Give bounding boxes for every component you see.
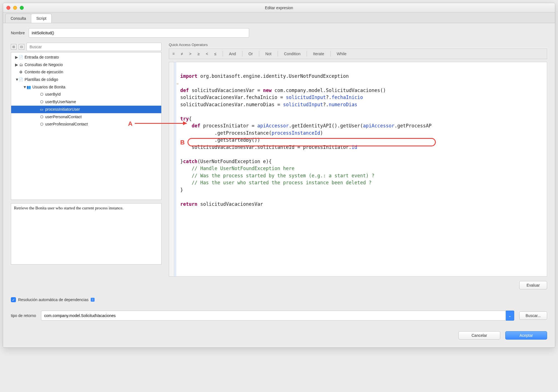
code-editor[interactable]: ◅import org.bonitasoft.engine.identity.U… — [169, 62, 547, 277]
gear-icon: ⚙ — [18, 69, 23, 76]
template-tree[interactable]: ▶📄Entrada de contrato ▶🗂Consultas de Neg… — [11, 52, 162, 200]
tree-node-user-by-username[interactable]: ⎔userByUserName — [11, 98, 161, 106]
auto-dependency-label: Resolución automática de dependencias — [18, 297, 88, 302]
evaluate-button[interactable]: Evaluar — [519, 281, 547, 289]
zoom-window-button[interactable] — [20, 6, 24, 10]
window-title: Editar expresion — [265, 6, 293, 10]
name-label: Nombre — [11, 31, 25, 35]
tree-node-usuarios-bonita[interactable]: ▼👥Usuarios de Bonita — [11, 83, 161, 91]
document-icon: 📄 — [18, 54, 23, 61]
op-lt[interactable]: < — [206, 52, 208, 56]
document-icon: 📄 — [18, 76, 23, 83]
op-gt[interactable]: > — [189, 52, 191, 56]
chevron-down-icon[interactable]: ⌄ — [506, 311, 514, 321]
annotation-b-circle — [187, 138, 436, 146]
annotation-b-label: B — [180, 139, 185, 146]
minimize-window-button[interactable] — [13, 6, 17, 10]
tree-node-process-initiator-user[interactable]: ▭processInitiatorUser — [11, 106, 161, 113]
quick-access-label: Quick Access Operators — [169, 43, 547, 47]
expand-all-button[interactable]: ⊞ — [11, 44, 16, 50]
op-gte[interactable]: ≥ — [198, 52, 200, 56]
accept-button[interactable]: Aceptar — [505, 331, 547, 340]
op-and[interactable]: And — [229, 52, 236, 56]
tree-node-user-professional-contact[interactable]: ⎔userProfessionalContact — [11, 120, 161, 128]
folder-icon: 🗂 — [18, 62, 23, 69]
tree-node-plantillas-codigo[interactable]: ▼📄Plantillas de código — [11, 76, 161, 83]
name-input[interactable] — [29, 28, 249, 38]
tab-consulta[interactable]: Consulta — [5, 14, 31, 23]
operator-toolbar: = ≠ > ≥ < ≤ And Or Not Condition Iterate — [169, 49, 547, 59]
tree-search-input[interactable] — [27, 43, 162, 51]
tree-node-contexto-ejecucion[interactable]: ⚙Contexto de ejecución — [11, 68, 161, 76]
tab-script[interactable]: Script — [31, 14, 52, 23]
op-neq[interactable]: ≠ — [181, 52, 183, 56]
annotation-a-label: A — [128, 120, 133, 127]
cancel-button[interactable]: Cancelar — [458, 331, 500, 340]
search-type-button[interactable]: Buscar... — [519, 311, 547, 320]
tree-node-user-by-id[interactable]: ⎔userById — [11, 91, 161, 98]
snippet-icon: ⎔ — [39, 114, 44, 121]
tree-node-user-personal-contact[interactable]: ⎔userPersonalContact — [11, 113, 161, 121]
snippet-icon: ▭ — [39, 106, 44, 113]
op-iterate[interactable]: Iterate — [313, 52, 324, 56]
op-not[interactable]: Not — [265, 52, 271, 56]
template-description: Retrieve the Bonita user who started the… — [11, 203, 162, 265]
collapse-all-button[interactable]: ⊟ — [19, 44, 24, 50]
op-condition[interactable]: Condition — [284, 52, 300, 56]
tree-node-consultas-negocio[interactable]: ▶🗂Consultas de Negocio — [11, 61, 161, 69]
info-icon[interactable]: i — [91, 298, 95, 302]
op-eq[interactable]: = — [172, 52, 175, 56]
snippet-icon: ⎔ — [39, 121, 44, 128]
return-type-select[interactable] — [41, 311, 506, 321]
fold-icon[interactable]: ◅ — [176, 81, 178, 86]
op-lte[interactable]: ≤ — [214, 52, 217, 56]
return-type-label: tipo de retorno — [11, 313, 36, 318]
tree-node-entrada-contrato[interactable]: ▶📄Entrada de contrato — [11, 54, 161, 61]
close-window-button[interactable] — [6, 6, 10, 10]
tab-bar: Consulta Script — [3, 13, 555, 23]
auto-dependency-checkbox[interactable]: ✓ — [11, 297, 16, 302]
annotation-a-arrow — [135, 123, 187, 124]
snippet-icon: ⎔ — [39, 99, 44, 106]
users-icon: 👥 — [26, 84, 31, 91]
window-titlebar: Editar expresion — [3, 3, 555, 13]
op-while[interactable]: While — [337, 52, 347, 56]
op-or[interactable]: Or — [249, 52, 253, 56]
snippet-icon: ⎔ — [39, 91, 44, 98]
